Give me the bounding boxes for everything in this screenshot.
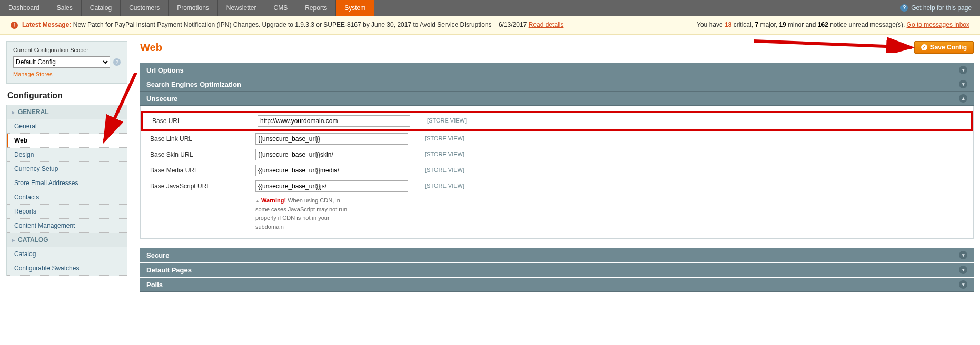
inbox-link[interactable]: Go to messages inbox (907, 21, 969, 28)
scope-help-icon[interactable]: ? (113, 58, 121, 66)
section-general[interactable]: GENERAL (7, 105, 127, 119)
section-catalog[interactable]: CATALOG (7, 233, 127, 247)
read-details-link[interactable]: Read details (529, 21, 564, 28)
help-label: Get help for this page (911, 0, 972, 16)
menu-contacts[interactable]: Contacts (7, 190, 127, 205)
base-skin-url-scope: [STORE VIEW] (408, 149, 577, 157)
chevron-down-icon: ▾ (959, 80, 967, 88)
base-link-url-input[interactable] (255, 133, 408, 145)
menu-configurable-swatches[interactable]: Configurable Swatches (7, 261, 127, 276)
base-skin-url-label: Base Skin URL (150, 149, 255, 158)
base-media-url-input[interactable] (255, 165, 408, 176)
chevron-down-icon: ▾ (959, 266, 967, 274)
section-seo[interactable]: Search Engines Optimization ▾ (140, 77, 974, 92)
base-url-input[interactable] (258, 115, 410, 127)
row-base-js-url: Base JavaScript URL [STORE VIEW] (141, 178, 973, 194)
section-secure[interactable]: Secure ▾ (140, 248, 974, 262)
base-js-url-label: Base JavaScript URL (150, 180, 255, 190)
base-js-url-scope: [STORE VIEW] (408, 180, 577, 189)
menu-currency-setup[interactable]: Currency Setup (7, 162, 127, 176)
base-url-scope: [STORE VIEW] (410, 115, 579, 124)
top-nav: Dashboard Sales Catalog Customers Promot… (0, 0, 980, 16)
configuration-heading: Configuration (7, 91, 127, 100)
critical-count: 18 (725, 21, 731, 28)
scope-select[interactable]: Default Config (13, 56, 110, 68)
chevron-up-icon: ▴ (959, 94, 967, 103)
check-icon: ✓ (921, 44, 927, 50)
latest-message-text: New Patch for PayPal Instant Payment Not… (73, 21, 527, 28)
save-config-label: Save Config (930, 44, 967, 51)
base-link-url-label: Base Link URL (150, 133, 255, 143)
menu-web[interactable]: Web (7, 134, 127, 148)
menu-catalog[interactable]: Catalog (7, 247, 127, 261)
row-base-link-url: Base Link URL [STORE VIEW] (141, 131, 973, 147)
row-base-url: Base URL [STORE VIEW] (141, 111, 973, 131)
message-bar: ! Latest Message: New Patch for PayPal I… (0, 16, 980, 35)
row-base-media-url: Base Media URL [STORE VIEW] (141, 163, 973, 178)
menu-store-email[interactable]: Store Email Addresses (7, 176, 127, 190)
latest-message-label: Latest Message: (22, 21, 71, 28)
section-default-pages[interactable]: Default Pages ▾ (140, 263, 974, 277)
nav-catalog[interactable]: Catalog (82, 0, 121, 16)
page-title: Web (140, 42, 162, 54)
nav-customers[interactable]: Customers (121, 0, 169, 16)
nav-sales[interactable]: Sales (48, 0, 82, 16)
section-url-options[interactable]: Url Options ▾ (140, 63, 974, 77)
side-menu: GENERAL General Web Design Currency Setu… (6, 105, 127, 276)
base-url-label: Base URL (152, 115, 258, 125)
menu-reports[interactable]: Reports (7, 205, 127, 219)
nav-dashboard[interactable]: Dashboard (0, 0, 48, 16)
alert-icon: ! (11, 22, 18, 29)
section-unsecure[interactable]: Unsecure ▴ (140, 92, 974, 106)
nav-promotions[interactable]: Promotions (169, 0, 218, 16)
minor-count: 19 (779, 21, 786, 28)
nav-reports[interactable]: Reports (296, 0, 336, 16)
scope-box: Current Configuration Scope: Default Con… (6, 41, 127, 84)
base-skin-url-input[interactable] (255, 149, 408, 160)
chevron-down-icon: ▾ (959, 280, 967, 289)
base-js-url-input[interactable] (255, 180, 408, 192)
notice-count: 162 (818, 21, 828, 28)
chevron-down-icon: ▾ (959, 66, 967, 74)
save-config-button[interactable]: ✓ Save Config (914, 41, 974, 54)
base-link-url-scope: [STORE VIEW] (408, 133, 577, 141)
triangle-icon: ▲ (255, 199, 260, 204)
base-media-url-scope: [STORE VIEW] (408, 165, 577, 173)
js-url-warning: ▲Warning! When using CDN, in some cases … (141, 194, 351, 231)
help-link[interactable]: ? Get help for this page (892, 0, 980, 16)
chevron-down-icon: ▾ (959, 251, 967, 259)
nav-system[interactable]: System (336, 0, 374, 16)
section-polls[interactable]: Polls ▾ (140, 278, 974, 292)
nav-newsletter[interactable]: Newsletter (218, 0, 265, 16)
row-base-skin-url: Base Skin URL [STORE VIEW] (141, 147, 973, 163)
unsecure-body: Base URL [STORE VIEW] Base Link URL [STO… (140, 106, 974, 239)
menu-content-management[interactable]: Content Management (7, 219, 127, 233)
manage-stores-link[interactable]: Manage Stores (13, 71, 53, 77)
nav-cms[interactable]: CMS (265, 0, 297, 16)
help-icon: ? (900, 4, 908, 12)
base-media-url-label: Base Media URL (150, 165, 255, 174)
message-summary: You have 18 critical, 7 major, 19 minor … (697, 21, 969, 28)
scope-label: Current Configuration Scope: (13, 47, 121, 53)
menu-design[interactable]: Design (7, 148, 127, 162)
menu-general[interactable]: General (7, 119, 127, 134)
